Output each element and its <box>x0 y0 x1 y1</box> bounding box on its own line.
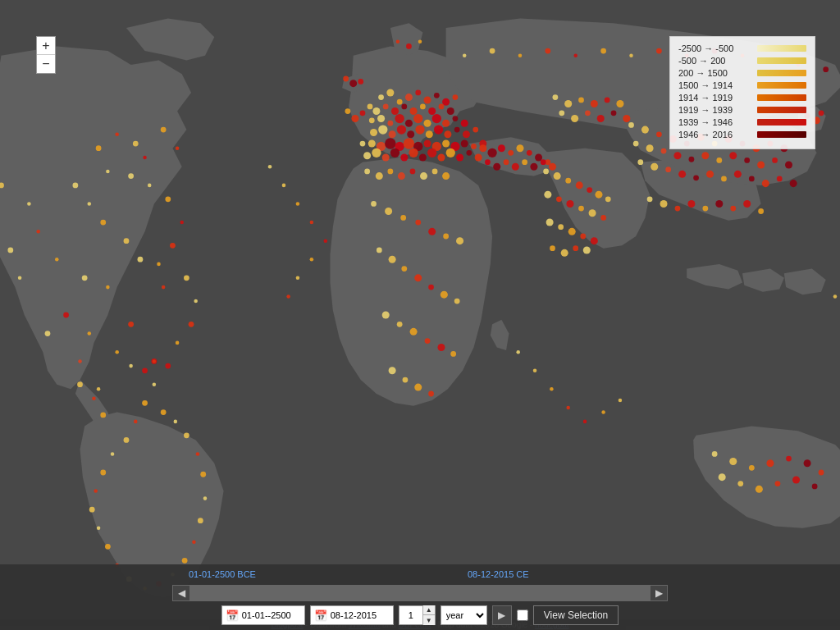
svg-point-42 <box>165 363 171 369</box>
view-selection-button[interactable]: View Selection <box>533 605 619 625</box>
svg-point-303 <box>286 294 290 299</box>
svg-point-247 <box>790 180 797 187</box>
svg-point-176 <box>414 274 422 281</box>
svg-point-254 <box>730 206 736 212</box>
svg-point-184 <box>437 344 445 351</box>
svg-point-86 <box>401 103 407 109</box>
svg-point-298 <box>296 202 300 206</box>
svg-point-236 <box>637 159 643 165</box>
svg-point-81 <box>453 94 459 100</box>
svg-point-102 <box>461 120 468 127</box>
svg-point-60 <box>198 518 203 523</box>
svg-point-286 <box>766 459 774 467</box>
svg-point-143 <box>487 148 496 158</box>
svg-point-115 <box>360 141 366 147</box>
svg-point-111 <box>444 130 451 138</box>
date-start-input[interactable] <box>242 610 301 620</box>
svg-point-181 <box>397 322 403 327</box>
svg-point-185 <box>450 351 456 357</box>
step-down-button[interactable]: ▼ <box>423 615 435 625</box>
svg-point-28 <box>128 173 134 179</box>
svg-point-6 <box>36 230 40 234</box>
svg-point-304 <box>516 350 520 354</box>
svg-point-105 <box>389 130 396 138</box>
svg-point-228 <box>689 157 695 162</box>
svg-point-240 <box>693 175 699 180</box>
svg-point-192 <box>565 178 571 184</box>
svg-point-114 <box>472 127 478 133</box>
svg-point-43 <box>153 382 157 386</box>
svg-point-246 <box>777 176 783 182</box>
svg-point-74 <box>386 89 394 96</box>
animation-checkbox[interactable] <box>517 609 528 621</box>
svg-point-308 <box>583 420 587 424</box>
slider-prev-button[interactable]: ◀ <box>172 585 190 601</box>
svg-point-112 <box>454 127 460 133</box>
svg-point-161 <box>398 172 405 180</box>
svg-point-227 <box>673 152 681 159</box>
svg-point-3 <box>100 220 106 226</box>
svg-point-108 <box>415 125 424 134</box>
svg-point-318 <box>578 98 584 103</box>
legend-item-3: 200 → 1500 <box>678 68 806 78</box>
svg-point-30 <box>96 145 102 151</box>
legend-item-4: 1500 → 1914 <box>678 80 806 90</box>
svg-point-95 <box>395 114 404 123</box>
svg-point-147 <box>527 150 532 156</box>
svg-point-157 <box>549 163 556 171</box>
legend-label-2: -500 → 200 <box>678 56 752 66</box>
date-end-input[interactable] <box>331 610 390 620</box>
svg-point-206 <box>580 234 586 240</box>
slider-next-button[interactable]: ▶ <box>650 585 668 601</box>
svg-point-107 <box>407 130 414 138</box>
svg-point-294 <box>792 477 800 484</box>
svg-point-322 <box>559 110 564 116</box>
slider-label-end: 08-12-2015 CE <box>468 569 529 579</box>
svg-point-19 <box>162 285 166 290</box>
slider-track[interactable] <box>190 585 650 601</box>
svg-point-142 <box>479 144 486 152</box>
svg-point-277 <box>345 108 351 114</box>
svg-point-10 <box>88 331 92 336</box>
zoom-out-button[interactable]: − <box>37 55 55 73</box>
step-input[interactable] <box>399 606 422 624</box>
svg-point-317 <box>564 100 572 107</box>
svg-point-79 <box>434 93 440 98</box>
play-button[interactable]: ▶ <box>492 605 512 625</box>
svg-point-29 <box>106 170 110 174</box>
svg-point-190 <box>543 169 549 175</box>
slider-fill <box>191 586 649 600</box>
svg-point-133 <box>400 153 408 161</box>
legend-item-1: -2500 → -500 <box>678 43 806 53</box>
step-up-button[interactable]: ▲ <box>423 605 435 615</box>
svg-point-76 <box>405 94 413 101</box>
svg-point-258 <box>490 48 495 54</box>
svg-point-75 <box>397 99 403 105</box>
svg-point-116 <box>368 140 376 148</box>
svg-point-77 <box>415 90 421 96</box>
svg-point-150 <box>485 159 491 165</box>
svg-point-64 <box>184 432 189 438</box>
svg-point-104 <box>378 125 387 134</box>
svg-point-67 <box>77 381 83 387</box>
svg-point-295 <box>812 484 818 490</box>
svg-point-48 <box>100 470 106 476</box>
svg-point-26 <box>161 127 167 133</box>
zoom-in-button[interactable]: + <box>37 37 55 55</box>
calendar-end-icon: 📅 <box>314 609 327 622</box>
svg-point-154 <box>522 159 527 165</box>
legend-item-5: 1914 → 1919 <box>678 93 806 103</box>
svg-point-183 <box>425 338 431 344</box>
svg-point-312 <box>833 294 838 299</box>
legend-label-7: 1939 → 1946 <box>678 117 752 127</box>
svg-point-283 <box>712 451 718 457</box>
svg-point-144 <box>498 144 505 152</box>
svg-point-205 <box>568 228 576 235</box>
svg-point-163 <box>420 172 427 180</box>
svg-point-158 <box>364 169 370 175</box>
legend-label-1: -2500 → -500 <box>678 43 752 53</box>
svg-point-146 <box>516 144 523 152</box>
unit-select[interactable]: year month day <box>441 605 487 625</box>
svg-point-288 <box>804 459 811 467</box>
svg-point-58 <box>182 558 188 564</box>
